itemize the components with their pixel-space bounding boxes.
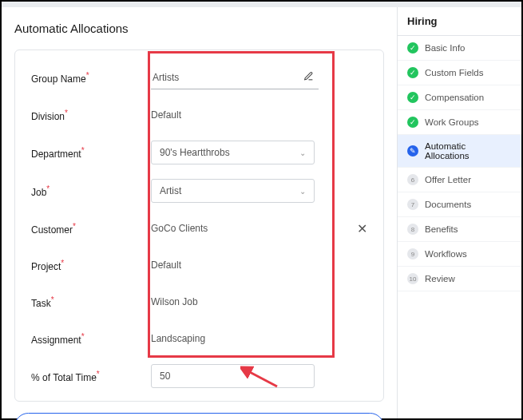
- main-content: Automatic Allocations Group Name* Artist…: [2, 7, 397, 418]
- label-group-name: Group Name*: [31, 71, 151, 85]
- sidebar-step-8[interactable]: 9Workflows: [398, 242, 521, 267]
- department-select[interactable]: 90's Heartthrobs ⌄: [151, 141, 315, 164]
- step-label: Basic Info: [425, 43, 466, 53]
- step-number-icon: 10: [407, 273, 418, 284]
- step-number-icon: 9: [407, 248, 418, 260]
- label-customer: Customer*: [31, 222, 151, 236]
- sidebar-step-3[interactable]: ✓Work Groups: [398, 110, 521, 135]
- assignment-value[interactable]: Landscaping: [151, 333, 367, 344]
- step-label: Custom Fields: [425, 68, 484, 77]
- sidebar-step-9[interactable]: 10Review: [398, 267, 521, 291]
- step-number-icon: 8: [407, 224, 418, 235]
- page-title: Automatic Allocations: [14, 22, 384, 35]
- step-label: Review: [425, 274, 455, 283]
- label-job: Job*: [31, 184, 151, 198]
- allocation-card: Group Name* Artists Division* Default: [14, 50, 384, 402]
- sidebar-step-0[interactable]: ✓Basic Info: [398, 36, 521, 61]
- step-label: Compensation: [425, 93, 484, 102]
- group-name-input[interactable]: Artists: [151, 66, 319, 89]
- chevron-down-icon: ⌄: [299, 149, 306, 157]
- label-task: Task*: [31, 295, 151, 309]
- edit-step-icon: ✎: [407, 145, 418, 157]
- sidebar-step-5[interactable]: 6Offer Letter: [398, 168, 521, 192]
- sidebar-step-2[interactable]: ✓Compensation: [398, 85, 521, 110]
- label-project: Project*: [31, 259, 151, 272]
- sidebar-step-4[interactable]: ✎Automatic Allocations: [398, 135, 521, 168]
- label-assignment: Assignment*: [31, 332, 151, 346]
- top-toolbar: [2, 2, 521, 7]
- step-label: Offer Letter: [425, 175, 471, 184]
- customer-value[interactable]: GoCo Clients: [151, 223, 208, 234]
- step-number-icon: 6: [407, 174, 418, 185]
- sidebar-header: Hiring: [398, 7, 521, 36]
- hiring-sidebar: Hiring ✓Basic Info✓Custom Fields✓Compens…: [397, 7, 521, 418]
- close-icon[interactable]: ✕: [357, 221, 367, 236]
- step-label: Benefits: [425, 224, 458, 234]
- division-value[interactable]: Default: [151, 109, 367, 121]
- sidebar-step-7[interactable]: 8Benefits: [398, 217, 521, 242]
- chevron-down-icon: ⌄: [299, 187, 306, 196]
- task-value[interactable]: Wilson Job: [151, 296, 367, 307]
- add-allocation-button[interactable]: + Add Allocation: [14, 413, 384, 420]
- step-label: Work Groups: [425, 117, 479, 127]
- sidebar-step-1[interactable]: ✓Custom Fields: [398, 61, 521, 85]
- check-icon: ✓: [407, 92, 418, 103]
- step-label: Workflows: [425, 249, 467, 259]
- project-value[interactable]: Default: [151, 260, 367, 271]
- step-label: Documents: [425, 200, 471, 209]
- check-icon: ✓: [407, 117, 418, 128]
- check-icon: ✓: [407, 42, 418, 53]
- label-percent: % of Total Time*: [31, 370, 151, 383]
- step-label: Automatic Allocations: [425, 141, 512, 160]
- label-department: Department*: [31, 146, 151, 160]
- job-select[interactable]: Artist ⌄: [151, 179, 315, 203]
- percent-input[interactable]: 50: [151, 364, 315, 388]
- edit-icon[interactable]: [303, 71, 314, 84]
- check-icon: ✓: [407, 67, 418, 78]
- sidebar-step-6[interactable]: 7Documents: [398, 192, 521, 217]
- label-division: Division*: [31, 109, 151, 122]
- step-number-icon: 7: [407, 199, 418, 210]
